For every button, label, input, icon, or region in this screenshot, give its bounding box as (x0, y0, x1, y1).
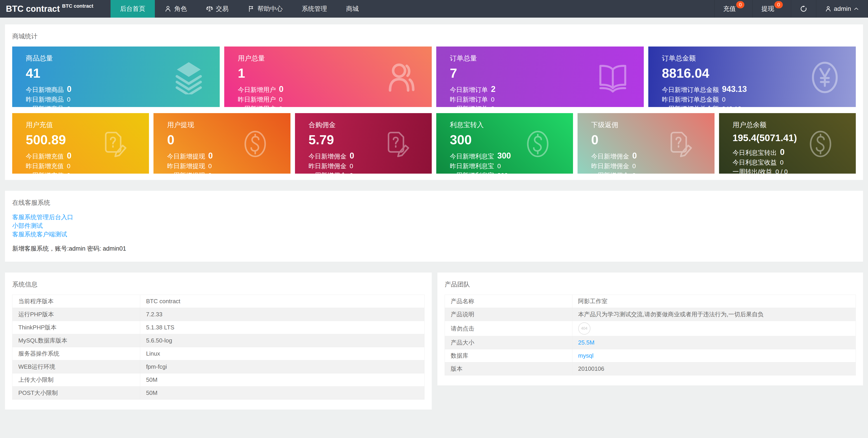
stat-card-goods-total: 商品总量 41 今日新增商品0 昨日新增商品0 一周新增商品0 (12, 46, 220, 107)
stat-card-group-commission: 合购佣金 5.79 今日新增佣金0 昨日新增佣金0 一周新增佣金0 (295, 113, 432, 174)
card-title: 合购佣金 (309, 120, 432, 130)
table-row: 产品大小25.5M (445, 336, 856, 349)
card-value: 5.79 (309, 133, 432, 146)
withdraw-button[interactable]: 提现 0 (752, 0, 791, 18)
tab-help-center-label: 帮助中心 (257, 4, 283, 13)
user-menu[interactable]: admin (816, 0, 868, 18)
table-row: 运行PHP版本7.2.33 (12, 308, 425, 321)
tab-roles[interactable]: 角色 (155, 0, 196, 18)
doc-question-icon (664, 129, 694, 159)
card-title: 利息宝转入 (450, 120, 573, 130)
card-title: 用户总余额 (733, 120, 856, 130)
tab-dashboard[interactable]: 后台首页 (111, 0, 155, 18)
table-row: 当前程序版本BTC contract (12, 295, 425, 308)
card-line: 一周新增提现0 (167, 172, 290, 174)
card-line: 今日新增提现0 (167, 151, 290, 160)
dollar-circle-icon (240, 129, 270, 159)
card-title: 用户提现 (167, 120, 290, 130)
service-account-note: 新增客服系统，账号:admin 密码: admin01 (12, 244, 856, 252)
card-line: 一周新增充值0 (26, 172, 149, 174)
user-icon (825, 5, 832, 12)
refresh-icon (800, 5, 807, 13)
layers-icon (172, 61, 206, 94)
card-line: 一周转出/收益0 / 0 (733, 168, 856, 174)
card-line: 今日利息宝转出0 (733, 148, 856, 157)
username: admin (834, 5, 851, 12)
service-client-test-link[interactable]: 客服系统客户端测试 (12, 230, 67, 239)
product-size-link[interactable]: 25.5M (578, 339, 594, 346)
service-admin-entry-link[interactable]: 客服系统管理后台入口 (12, 213, 73, 222)
bottom-section: 系统信息 当前程序版本BTC contract 运行PHP版本7.2.33 Th… (5, 272, 863, 410)
card-value: 195.4(5071.41) (733, 133, 856, 143)
recharge-badge: 0 (736, 1, 744, 8)
product-team-panel: 产品团队 产品名称阿影工作室 产品说明本产品只为学习测试交流,请勿要做商业或者用… (437, 272, 863, 385)
card-line: 今日新增利息宝300 (450, 151, 573, 160)
doc-question-icon (381, 129, 411, 159)
book-icon (596, 61, 630, 94)
database-link[interactable]: mysql (578, 352, 594, 359)
card-title: 用户充值 (26, 120, 149, 130)
card-line: 一周新增佣金0 (591, 172, 714, 174)
main-menu: 后台首页 角色 交易 帮助中心 系统管理 商城 (111, 0, 368, 18)
navbar-right: 充值 0 提现 0 admin (714, 0, 868, 18)
refresh-button[interactable] (791, 0, 816, 18)
tab-trade[interactable]: 交易 (196, 0, 238, 18)
tab-roles-label: 角色 (174, 4, 187, 13)
card-line: 一周新增商品0 (26, 105, 220, 107)
table-row: 产品名称阿影工作室 (445, 295, 856, 308)
system-info-panel: 系统信息 当前程序版本BTC contract 运行PHP版本7.2.33 Th… (5, 272, 432, 410)
table-row: 产品说明本产品只为学习测试交流,请勿要做商业或者用于违法行为,一切后果自负 (445, 308, 856, 321)
tab-system-management-label: 系统管理 (302, 4, 327, 13)
card-value: 300 (450, 133, 573, 146)
tab-dashboard-label: 后台首页 (120, 4, 145, 13)
system-info-title: 系统信息 (12, 280, 425, 289)
card-line: 昨日新增利息宝0 (450, 163, 573, 170)
card-line: 一周新增用户0 (238, 105, 432, 107)
withdraw-label: 提现 (761, 4, 774, 13)
withdraw-badge: 0 (774, 1, 782, 8)
product-team-title: 产品团队 (445, 280, 856, 289)
dollar-circle-icon (523, 129, 553, 159)
card-line: 昨日新增订单总金额0 (662, 96, 856, 103)
tab-system-management[interactable]: 系统管理 (292, 0, 337, 18)
app-logo-superscript: BTC contract (62, 3, 93, 9)
card-title: 下级返佣 (591, 120, 714, 130)
stat-card-user-withdraw: 用户提现 0 今日新增提现0 昨日新增提现0 一周新增提现0 (153, 113, 290, 174)
widget-test-link[interactable]: 小部件测试 (12, 222, 43, 230)
card-line: 昨日新增商品0 (26, 96, 220, 103)
card-line: 昨日新增订单0 (450, 96, 644, 103)
customer-service-title: 在线客服系统 (12, 198, 856, 207)
table-row: 服务器操作系统Linux (12, 347, 425, 360)
table-row: POST大小限制50M (12, 386, 425, 400)
tab-help-center[interactable]: 帮助中心 (238, 0, 292, 18)
table-row: WEB运行环境fpm-fcgi (12, 360, 425, 373)
card-line: 昨日新增用户0 (238, 96, 432, 103)
card-line: 昨日新增提现0 (167, 163, 290, 170)
tab-mall[interactable]: 商城 (337, 0, 368, 18)
chevron-up-icon (853, 6, 859, 12)
tab-trade-label: 交易 (216, 4, 228, 13)
recharge-button[interactable]: 充值 0 (714, 0, 752, 18)
card-line: 昨日新增佣金0 (309, 163, 432, 170)
flag-icon (248, 5, 255, 12)
table-row: 上传大小限制50M (12, 373, 425, 386)
card-value: 500.89 (26, 133, 149, 146)
table-row: ThinkPHP版本5.1.38 LTS (12, 321, 425, 334)
top-navbar: BTC contract BTC contract 后台首页 角色 交易 帮助中… (0, 0, 868, 18)
stat-card-users-total: 用户总量 1 今日新增用户0 昨日新增用户0 一周新增用户0 (224, 46, 432, 107)
card-line: 昨日新增佣金0 (591, 163, 714, 170)
stat-card-orders-total: 订单总量 7 今日新增订单2 昨日新增订单0 一周新增订单2 (436, 46, 644, 107)
tab-mall-label: 商城 (346, 4, 359, 13)
stats-row-2: 用户充值 500.89 今日新增充值0 昨日新增充值0 一周新增充值0 用户提现… (12, 113, 856, 174)
broken-image-404-placeholder: 404 (578, 323, 590, 335)
stat-card-orders-amount: 订单总金额 8816.04 今日新增订单总金额943.13 昨日新增订单总金额0… (648, 46, 856, 107)
stat-card-sub-rebate: 下级返佣 0 今日新增佣金0 昨日新增佣金0 一周新增佣金0 (578, 113, 714, 174)
card-value: 0 (167, 133, 290, 146)
table-row: 请勿点击404 (445, 321, 856, 336)
table-row: 数据库mysql (445, 349, 856, 362)
product-team-table: 产品名称阿影工作室 产品说明本产品只为学习测试交流,请勿要做商业或者用于违法行为… (445, 295, 856, 375)
card-line: 今日利息宝收益0 (733, 159, 856, 166)
shop-stats-title: 商城统计 (12, 32, 856, 41)
app-logo: BTC contract BTC contract (0, 0, 99, 18)
card-line: 一周新增利息宝300 (450, 172, 573, 174)
